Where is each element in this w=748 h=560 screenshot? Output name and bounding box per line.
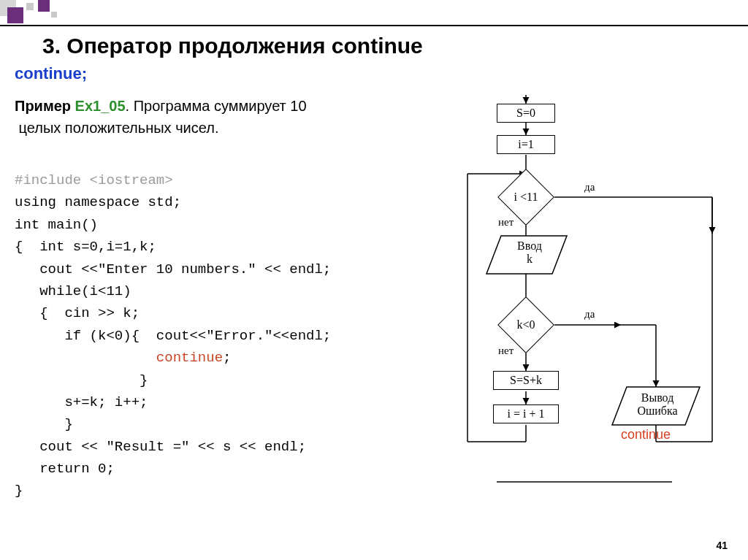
example-description: Пример Ex1_05. Программа суммирует 10 це… [15, 95, 307, 139]
code-line: { int s=0,i=1,k; [15, 239, 156, 255]
code-line: cout <<"Enter 10 numbers." << endl; [15, 261, 331, 277]
flow-input-k-l2: k [504, 253, 555, 266]
flow-decision-i: i <11 [497, 180, 554, 214]
flow-input-k: Ввод k [504, 239, 555, 266]
code-line: if (k<0){ cout<<"Error."<<endl; [15, 328, 331, 344]
code-line: s+=k; i++; [15, 394, 148, 410]
code-line: using namespace std; [15, 194, 181, 210]
example-desc-2: целых положительных чисел. [19, 120, 219, 136]
continue-keyword: continue; [15, 64, 87, 83]
flow-output-error-l2: Ошибка [628, 404, 687, 418]
slide-title: 3. Оператор продолжения continue [42, 34, 423, 58]
label-yes-1: да [584, 181, 595, 193]
flowchart-connectors [453, 95, 738, 489]
flow-box-i-init: i=1 [497, 135, 555, 154]
code-line: } [15, 416, 73, 432]
flow-continue-label: continue [621, 427, 671, 442]
flow-input-k-l1: Ввод [504, 239, 555, 253]
flowchart: S=0 i=1 i <11 да нет Ввод k k<0 да нет S… [453, 95, 738, 489]
label-no-2: нет [498, 345, 514, 357]
flow-box-s-init: S=0 [497, 104, 555, 123]
code-block: #include <iostream> using namespace std;… [15, 169, 331, 502]
label-yes-2: да [584, 308, 595, 321]
flow-box-sum: S=S+k [493, 371, 559, 390]
code-line: int main() [15, 217, 98, 233]
flow-output-error-l1: Вывод [628, 391, 687, 404]
example-desc-1: . Программа суммирует 10 [126, 98, 307, 114]
code-line: return 0; [15, 461, 115, 477]
code-semicolon: ; [223, 350, 231, 366]
corner-decoration [0, 0, 66, 23]
code-line: } [15, 483, 23, 499]
code-include: #include <iostream> [15, 172, 173, 188]
header-rule [0, 25, 748, 26]
code-line: { cin >> k; [15, 305, 140, 321]
flow-output-error: Вывод Ошибка [628, 391, 687, 418]
flow-box-inc: i = i + 1 [493, 404, 559, 423]
code-line: } [15, 372, 148, 388]
flow-decision-i-text: i <11 [497, 180, 554, 214]
code-line: cout << "Result =" << s << endl; [15, 439, 306, 455]
code-continue: continue [15, 350, 223, 366]
label-no-1: нет [498, 216, 514, 229]
page-number: 41 [716, 540, 728, 551]
example-name: Ex1_05 [75, 98, 126, 114]
code-line: while(i<11) [15, 283, 131, 299]
flow-decision-k-text: k<0 [497, 308, 554, 342]
flow-decision-k: k<0 [497, 308, 554, 342]
example-label: Пример [15, 98, 71, 114]
